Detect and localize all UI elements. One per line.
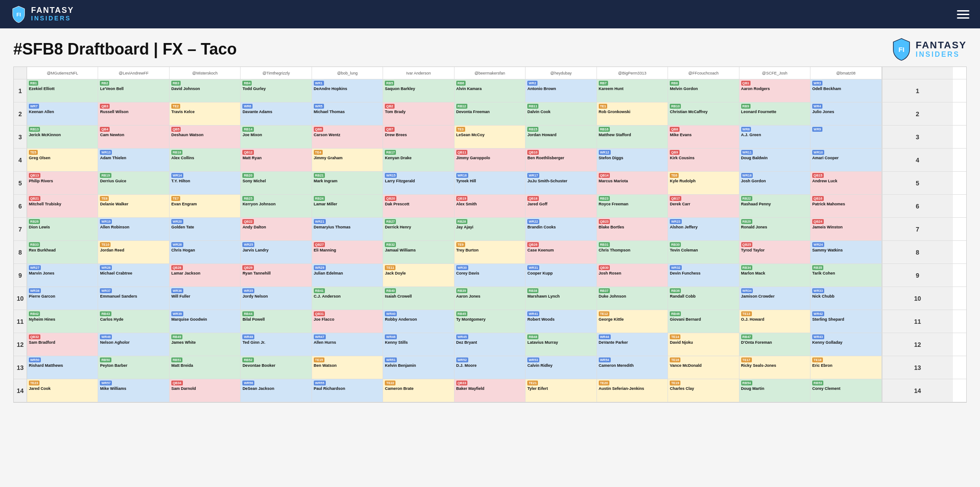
position-badge: WR18 [741, 173, 753, 178]
row-number-right-13: 13 [882, 356, 953, 379]
player-cell-r10c1: WR37Emmanuel Sanders [98, 287, 169, 310]
row-number-right-14: 14 [882, 379, 953, 402]
username-cell-11: @bmatz08 [810, 67, 881, 79]
position-badge: RB22 [741, 196, 752, 201]
position-badge: RB16 [599, 127, 610, 132]
player-name: Randall Cobb [670, 294, 737, 299]
player-cell-r3c5: QB7Drew Brees [383, 126, 454, 148]
position-badge: TE6 [670, 173, 679, 178]
player-name: Aaron Rodgers [741, 86, 808, 91]
player-cell-r14c6: QB33Baker Mayfield [454, 379, 526, 402]
position-badge: TE13 [741, 311, 752, 316]
player-cell-r8c6: TE9Trey Burton [454, 241, 526, 263]
draft-row-1: 1RB1Ezekiel ElliottRB2Le'Veon BellRB3Dav… [14, 79, 966, 102]
player-cell-r12c0: QB32Sam Bradford [27, 333, 98, 356]
player-name: Matt Ryan [242, 156, 309, 161]
position-badge: RB17 [385, 150, 396, 155]
player-name: Doug Baldwin [741, 156, 808, 161]
position-badge: RB3 [171, 81, 181, 86]
player-cell-r6c4: RB24Lamar Miller [312, 195, 383, 217]
player-name: Sony Michel [242, 179, 309, 184]
position-badge: RB7 [599, 81, 608, 86]
player-name: Paul Richardson [314, 386, 381, 391]
logo-text-right: FANTASY INSIDERS [916, 40, 967, 59]
player-cell-r11c7: WR41Robert Woods [526, 310, 597, 333]
player-cell-r11c6: RB45Ty Montgomery [454, 310, 526, 333]
draft-row-8: 8RB33Rex BurkheadTE10Jordan ReedWR26Chri… [14, 241, 966, 264]
page-title: #SFB8 Draftboard | FX – Taco [13, 40, 237, 59]
position-badge: WR46 [385, 334, 397, 339]
player-name: Matt Breida [171, 363, 238, 368]
position-badge: RB38 [527, 288, 538, 293]
username-cell-4: @bob_lung [312, 67, 383, 79]
player-name: Golden Tate [171, 225, 238, 230]
position-badge: RB41 [314, 288, 325, 293]
player-cell-r4c7: QB10Ben Roethlisberger [526, 149, 597, 171]
row-number-right-1: 1 [882, 79, 953, 102]
page-content: #SFB8 Draftboard | FX – Taco FI FANTASY … [0, 28, 980, 412]
position-badge: RB19 [100, 173, 111, 178]
position-badge: QB17 [670, 196, 681, 201]
position-badge: WR44 [599, 334, 611, 339]
player-cell-r7c11: QB24Jameis Winston [810, 218, 881, 240]
position-badge: RB44 [242, 311, 253, 316]
logo-fantasy-text: FANTASY [31, 6, 74, 15]
player-cell-r1c11: WR3Odell Beckham [810, 79, 881, 102]
player-cell-r8c11: WR24Sammy Watkins [810, 241, 881, 263]
player-name: Saquon Barkley [385, 86, 452, 91]
username-cell-5: Ivar Anderson [383, 67, 454, 79]
position-badge: WR27 [29, 265, 41, 270]
player-name: Kelvin Benjamin [385, 363, 452, 368]
player-cell-r8c5: RB32Jamaal Williams [383, 241, 454, 263]
row-number-left-6: 6 [14, 195, 27, 217]
hamburger-menu[interactable] [957, 10, 969, 19]
player-name: Austin Seferian-Jenkins [599, 386, 666, 391]
row-number-right-9: 9 [882, 264, 953, 287]
position-badge: QB9 [670, 150, 679, 155]
player-name: Kenny Stills [385, 340, 452, 345]
position-badge: RB8 [670, 81, 679, 86]
draft-row-14: 14TE23Jared CookWR57Mike WilliamsQB34Sam… [14, 379, 966, 402]
position-badge: RB4 [242, 81, 252, 86]
player-cell-r7c7: WR22Brandin Cooks [526, 218, 597, 240]
player-cell-r3c10: WR8A.J. Green [739, 126, 810, 148]
player-cell-r9c9: WR32Devin Funchess [668, 264, 739, 287]
draft-row-13: 13WR50Rishard MatthewsRB50Peyton BarberR… [14, 356, 966, 379]
player-name: Derek Carr [670, 202, 737, 207]
position-badge: WR45 [456, 334, 468, 339]
player-name: Ted Ginn Jr. [242, 340, 309, 345]
player-cell-r1c3: RB4Todd Gurley [241, 79, 312, 102]
draft-row-9: 9WR27Marvin JonesWR28Michael CrabtreeQB2… [14, 264, 966, 287]
player-name: Andrew Luck [812, 179, 879, 184]
player-cell-r2c9: RB10Christian McCaffrey [668, 102, 739, 125]
position-badge: QB31 [314, 311, 325, 316]
player-name: Kyle Rudolph [670, 179, 737, 184]
svg-text:FI: FI [16, 12, 21, 17]
player-cell-r7c9: WR23Alshon Jeffery [668, 218, 739, 240]
position-badge: RB51 [171, 357, 182, 362]
position-badge: RB2 [100, 81, 109, 86]
position-badge: RB49 [171, 334, 182, 339]
header: FI FANTASY INSIDERS [0, 0, 980, 28]
position-badge: RB42 [29, 311, 40, 316]
player-cell-r11c9: RB46Giovani Bernard [668, 310, 739, 333]
position-badge: RB14 [242, 127, 253, 132]
position-badge: WR38 [29, 288, 41, 293]
player-cell-r12c11: WR43Kenny Golladay [810, 333, 881, 356]
draft-row-11: 11RB42Nyheim HinesRB43Carlos HydeWR39Mar… [14, 310, 966, 333]
player-cell-r2c7: RB11Dalvin Cook [526, 102, 597, 125]
row-number-left-1: 1 [14, 79, 27, 102]
player-name: Carlos Hyde [100, 317, 167, 322]
player-cell-r11c0: RB42Nyheim Hines [27, 310, 98, 333]
player-name: Jared Cook [29, 386, 96, 391]
player-cell-r12c2: RB49James White [170, 333, 241, 356]
position-badge: RB27 [385, 219, 396, 224]
row-number-right-2: 2 [882, 102, 953, 125]
position-badge: RB46 [670, 311, 681, 316]
position-badge: RB29 [741, 219, 752, 224]
draft-row-5: 5QB13Philip RiversRB19Derrius GuiceWR14T… [14, 172, 966, 195]
player-cell-r3c9: QB8Mike Evans [668, 126, 739, 148]
player-cell-r6c0: QB21Mitchell Trubisky [27, 195, 98, 217]
player-cell-r5c2: WR14T.Y. Hilton [170, 172, 241, 194]
position-badge: TE17 [741, 357, 752, 362]
